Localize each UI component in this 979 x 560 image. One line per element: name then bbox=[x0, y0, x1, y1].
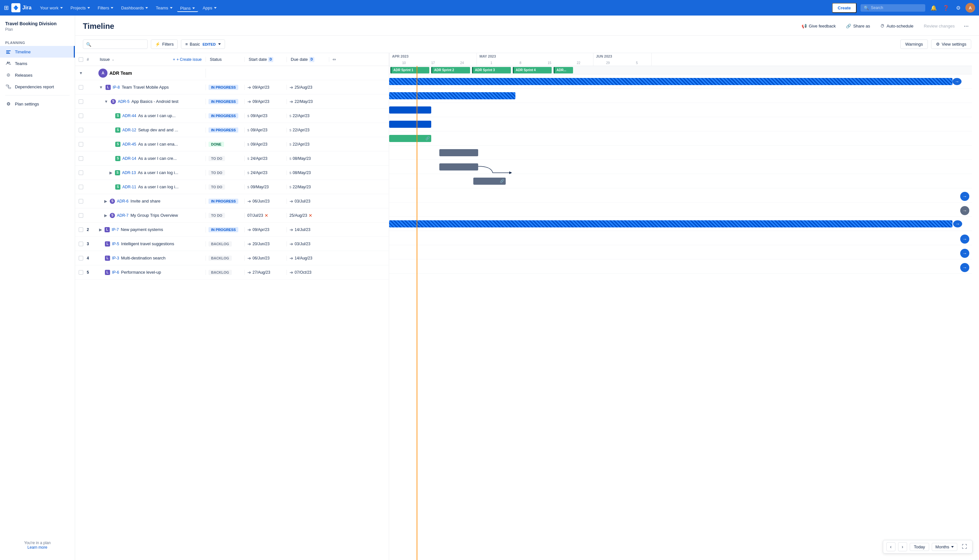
row-expand-btn[interactable]: ▶ bbox=[109, 170, 113, 176]
warnings-button[interactable]: Warnings bbox=[900, 40, 927, 49]
issue-id[interactable]: ADR-11 bbox=[122, 185, 136, 189]
sprint-label-1: ADR Sprint 1 bbox=[391, 67, 429, 73]
group-expand-btn[interactable]: ▼ bbox=[79, 70, 84, 76]
row-expand-btn[interactable]: ▶ bbox=[104, 213, 108, 218]
start-x-icon[interactable]: ✕ bbox=[264, 213, 268, 218]
auto-schedule-icon: ⏱ bbox=[880, 23, 884, 28]
fullscreen-button[interactable]: ⛶ bbox=[960, 542, 969, 551]
gantt-bar-adr5[interactable] bbox=[389, 92, 515, 99]
row-checkbox[interactable] bbox=[79, 227, 83, 232]
sidebar-item-teams[interactable]: Teams bbox=[0, 58, 75, 69]
basic-button[interactable]: ≡ Basic EDITED bbox=[181, 40, 225, 49]
row-expand-btn[interactable]: ▼ bbox=[99, 85, 104, 90]
issue-id[interactable]: ADR-6 bbox=[117, 199, 129, 203]
gantt-bar-adr44[interactable] bbox=[389, 107, 431, 113]
auto-schedule-button[interactable]: ⏱ Auto-schedule bbox=[876, 22, 917, 30]
notifications-button[interactable]: 🔔 bbox=[929, 3, 939, 13]
learn-more-link[interactable]: Learn more bbox=[28, 545, 47, 550]
gantt-bar-adr11[interactable]: 🔗 bbox=[473, 178, 506, 185]
issue-id[interactable]: ADR-12 bbox=[122, 128, 136, 132]
issue-id[interactable]: ADR-5 bbox=[118, 99, 130, 104]
issue-sort-icon[interactable]: ⌄ bbox=[112, 58, 114, 61]
header-expand-col[interactable]: ⇔ bbox=[329, 57, 339, 62]
row-checkbox[interactable] bbox=[79, 142, 83, 147]
more-options-button[interactable]: ··· bbox=[961, 21, 971, 32]
review-changes-button[interactable]: Review changes bbox=[920, 22, 959, 30]
issue-id[interactable]: ADR-13 bbox=[122, 170, 136, 175]
start-date: 09/Apr/23 bbox=[252, 227, 269, 232]
search-input[interactable] bbox=[83, 40, 148, 49]
row-checkbox[interactable] bbox=[79, 242, 83, 246]
status-badge: DONE bbox=[209, 142, 224, 147]
start-date: 09/Apr/23 bbox=[251, 142, 267, 147]
share-as-button[interactable]: 🔗 Share as bbox=[842, 22, 874, 30]
nav-apps[interactable]: Apps bbox=[199, 3, 220, 12]
row-checkbox[interactable] bbox=[79, 85, 83, 90]
nav-plans[interactable]: Plans bbox=[177, 4, 199, 12]
grid-icon[interactable]: ⊞ bbox=[4, 4, 9, 11]
row-checkbox[interactable] bbox=[79, 170, 83, 175]
row-expand-btn[interactable]: ▶ bbox=[99, 227, 103, 233]
header-status-col: Status bbox=[206, 57, 245, 62]
sidebar-item-releases[interactable]: Releases bbox=[0, 69, 75, 81]
view-settings-button[interactable]: ⚙ View settings bbox=[931, 40, 971, 49]
chevron-plans bbox=[192, 7, 195, 9]
row-checkbox[interactable] bbox=[79, 185, 83, 189]
create-issue-button[interactable]: + + Create issue bbox=[173, 57, 202, 62]
nav-projects[interactable]: Projects bbox=[67, 3, 93, 12]
issue-id[interactable]: ADR-44 bbox=[122, 113, 136, 118]
prev-button[interactable]: ‹ bbox=[886, 542, 895, 551]
issue-id[interactable]: IP-8 bbox=[113, 85, 120, 90]
due-x-icon[interactable]: ✕ bbox=[309, 213, 312, 218]
due-date: 22/Apr/23 bbox=[293, 113, 309, 118]
filters-button[interactable]: ⚡ Filters bbox=[151, 40, 178, 49]
nav-dashboards[interactable]: Dashboards bbox=[118, 3, 151, 12]
issue-id[interactable]: ADR-14 bbox=[122, 156, 136, 161]
gantt-bar-adr12[interactable] bbox=[389, 121, 431, 128]
nav-teams[interactable]: Teams bbox=[152, 3, 175, 12]
row-checkbox[interactable] bbox=[79, 199, 83, 203]
header-checkbox[interactable] bbox=[79, 57, 83, 62]
gantt-bar-ip8[interactable]: → bbox=[389, 78, 952, 85]
row-checkbox[interactable] bbox=[79, 213, 83, 218]
row-expand-btn[interactable]: ▼ bbox=[104, 99, 109, 105]
row-expand-btn[interactable]: ▶ bbox=[104, 198, 108, 204]
nav-filters[interactable]: Filters bbox=[95, 3, 117, 12]
gantt-row-ip7: → bbox=[389, 217, 972, 231]
row-checkbox[interactable] bbox=[79, 113, 83, 118]
give-feedback-button[interactable]: 📢 Give feedback bbox=[798, 22, 839, 30]
today-button[interactable]: Today bbox=[910, 543, 929, 551]
issue-id[interactable]: ADR-45 bbox=[122, 142, 136, 147]
row-checkbox[interactable] bbox=[79, 156, 83, 161]
create-button[interactable]: Create bbox=[832, 3, 857, 13]
nav-your-work[interactable]: Your work bbox=[37, 3, 66, 12]
issue-id[interactable]: IP-7 bbox=[112, 227, 119, 232]
search-box[interactable]: 🔍 Search bbox=[860, 4, 925, 12]
help-button[interactable]: ❓ bbox=[941, 3, 951, 13]
issue-id[interactable]: IP-6 bbox=[112, 270, 119, 275]
gantt-bar-adr13[interactable] bbox=[439, 163, 478, 170]
sidebar-item-timeline[interactable]: Timeline bbox=[0, 46, 75, 58]
issue-id[interactable]: ADR-7 bbox=[117, 213, 129, 218]
months-button[interactable]: Months bbox=[932, 543, 957, 551]
next-button[interactable]: › bbox=[898, 542, 907, 551]
table-row: S ADR-12 Setup dev and and ... IN PROGRE… bbox=[75, 123, 389, 137]
settings-button[interactable]: ⚙ bbox=[953, 3, 964, 13]
gantt-bar-adr45[interactable]: 🔗 bbox=[389, 135, 431, 142]
gantt-bar-adr14[interactable] bbox=[439, 149, 478, 156]
row-checkbox[interactable] bbox=[79, 99, 83, 104]
issue-id[interactable]: IP-5 bbox=[112, 242, 119, 246]
issue-id[interactable]: IP-3 bbox=[112, 256, 119, 260]
sidebar-item-dependencies[interactable]: Dependencies report bbox=[0, 81, 75, 93]
row-checkbox[interactable] bbox=[79, 256, 83, 260]
dependencies-icon bbox=[5, 83, 12, 90]
user-avatar[interactable]: A bbox=[966, 3, 975, 13]
jira-logo[interactable]: Jira bbox=[11, 3, 32, 12]
due-date: 03/Jul/23 bbox=[295, 199, 311, 203]
due-arrow-icon: ➜ bbox=[289, 99, 293, 104]
row-checkbox[interactable] bbox=[79, 270, 83, 275]
row-checkbox[interactable] bbox=[79, 128, 83, 132]
sidebar-item-plan-settings[interactable]: ⚙ Plan settings bbox=[0, 98, 75, 110]
gantt-bar-ip7[interactable]: → bbox=[389, 220, 952, 227]
svg-rect-1 bbox=[6, 52, 9, 52]
